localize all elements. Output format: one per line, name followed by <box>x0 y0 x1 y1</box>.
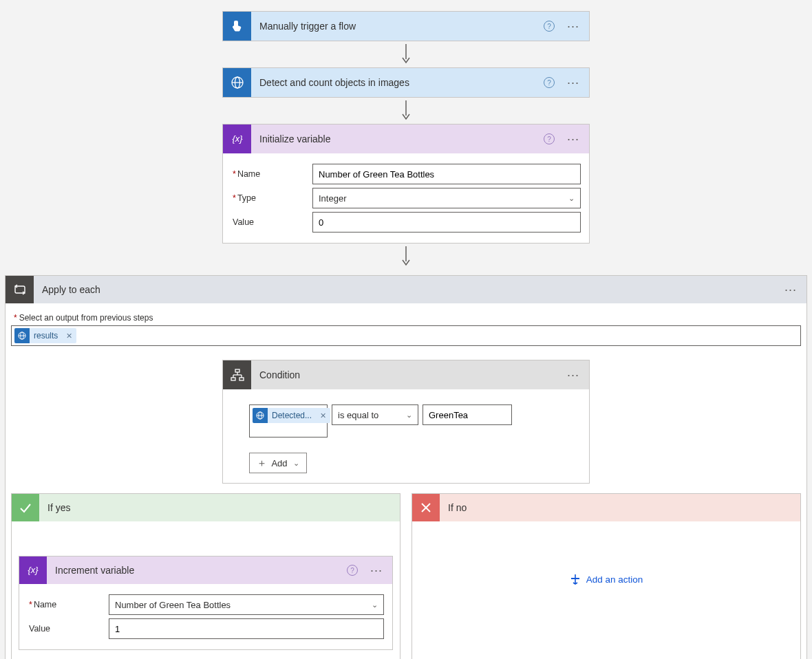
condition-header[interactable]: Condition ··· <box>223 360 589 389</box>
more-icon[interactable]: ··· <box>564 76 582 89</box>
check-icon <box>12 494 39 521</box>
more-icon[interactable]: ··· <box>782 283 800 296</box>
if-yes-title: If yes <box>39 502 393 513</box>
type-label: Type <box>231 193 312 203</box>
help-icon[interactable]: ? <box>544 77 555 88</box>
type-select[interactable]: Integer ⌄ <box>312 188 581 208</box>
init-var-card: {x} Initialize variable ? ··· Name Type … <box>222 124 590 244</box>
condition-card: Condition ··· De <box>222 360 590 484</box>
more-icon[interactable]: ··· <box>367 564 385 576</box>
help-icon[interactable]: ? <box>544 133 555 144</box>
remove-token-icon[interactable]: ✕ <box>62 332 76 341</box>
token-text: Detected... <box>268 411 316 420</box>
increment-var-header[interactable]: {x} Increment variable ? ··· <box>19 557 392 584</box>
remove-token-icon[interactable]: ✕ <box>316 411 330 420</box>
detected-token: Detected... ✕ <box>253 408 330 423</box>
condition-left-input[interactable]: Detected... ✕ <box>249 404 328 437</box>
foreach-header[interactable]: Apply to each ··· <box>6 276 806 303</box>
trigger-card: Manually trigger a flow ? ··· <box>222 11 590 41</box>
chevron-down-icon: ⌄ <box>568 194 575 203</box>
more-icon[interactable]: ··· <box>564 369 582 381</box>
if-yes-branch: If yes {x} Increment variable <box>11 493 400 659</box>
name-value: Number of Green Tea Bottles <box>115 600 231 610</box>
name-label: Name <box>231 169 312 179</box>
condition-right-input[interactable] <box>423 404 512 425</box>
if-no-branch: If no Add an action <box>412 493 801 659</box>
name-label: Name <box>28 600 109 609</box>
foreach-select-label: Select an output from previous steps <box>14 313 801 323</box>
loop-icon <box>6 276 34 303</box>
if-no-title: If no <box>440 502 793 513</box>
add-action-button[interactable]: Add an action <box>419 574 793 585</box>
arrow-icon <box>222 41 590 67</box>
ai-sphere-icon <box>14 328 30 343</box>
svg-rect-17 <box>239 378 244 380</box>
more-icon[interactable]: ··· <box>564 133 582 145</box>
trigger-header[interactable]: Manually trigger a flow ? ··· <box>223 12 589 41</box>
increment-var-card: {x} Increment variable ? ··· <box>19 556 393 650</box>
value-label: Value <box>28 624 109 634</box>
increment-var-title: Increment variable <box>47 565 347 576</box>
foreach-input[interactable]: results ✕ <box>11 325 801 346</box>
chevron-down-icon: ⌄ <box>293 459 299 468</box>
svg-rect-27 <box>571 578 579 579</box>
add-action-label: Add an action <box>586 574 643 585</box>
if-yes-header[interactable]: If yes <box>12 494 400 521</box>
foreach-card: Apply to each ··· Select an output from … <box>5 275 807 659</box>
operator-select[interactable]: is equal to ⌄ <box>332 404 418 425</box>
add-condition-button[interactable]: ＋ Add ⌄ <box>249 453 307 473</box>
plus-icon: ＋ <box>257 457 267 470</box>
value-input[interactable] <box>312 212 581 233</box>
svg-text:{x}: {x} <box>232 133 243 144</box>
condition-title: Condition <box>251 369 564 380</box>
value-input[interactable] <box>109 618 384 639</box>
value-label: Value <box>231 217 312 227</box>
variable-icon: {x} <box>223 125 251 153</box>
chevron-down-icon: ⌄ <box>406 411 412 420</box>
close-icon <box>412 494 440 521</box>
help-icon[interactable]: ? <box>347 565 358 576</box>
arrow-icon <box>222 244 590 270</box>
condition-icon <box>223 360 251 389</box>
finger-tap-icon <box>223 12 251 41</box>
results-token: results ✕ <box>14 328 76 343</box>
name-select[interactable]: Number of Green Tea Bottles ⌄ <box>109 594 384 615</box>
ai-card: Detect and count objects in images ? ··· <box>222 67 590 98</box>
ai-title: Detect and count objects in images <box>251 77 544 88</box>
init-var-header[interactable]: {x} Initialize variable ? ··· <box>223 125 589 153</box>
more-icon[interactable]: ··· <box>564 20 582 32</box>
ai-header[interactable]: Detect and count objects in images ? ··· <box>223 68 589 97</box>
arrow-icon <box>222 98 590 124</box>
ai-sphere-icon <box>223 68 251 97</box>
add-label: Add <box>271 458 287 468</box>
name-input[interactable] <box>312 164 581 184</box>
init-var-title: Initialize variable <box>251 133 544 144</box>
foreach-title: Apply to each <box>34 284 782 295</box>
svg-rect-11 <box>235 369 239 372</box>
chevron-down-icon: ⌄ <box>372 601 378 609</box>
variable-icon: {x} <box>19 557 47 584</box>
help-icon[interactable]: ? <box>544 21 555 32</box>
type-value: Integer <box>319 193 346 204</box>
token-text: results <box>30 331 62 341</box>
trigger-title: Manually trigger a flow <box>251 21 544 32</box>
svg-text:{x}: {x} <box>28 565 39 575</box>
if-no-header[interactable]: If no <box>412 494 800 521</box>
ai-sphere-icon <box>253 408 268 423</box>
operator-value: is equal to <box>338 410 378 420</box>
svg-rect-16 <box>231 378 235 380</box>
